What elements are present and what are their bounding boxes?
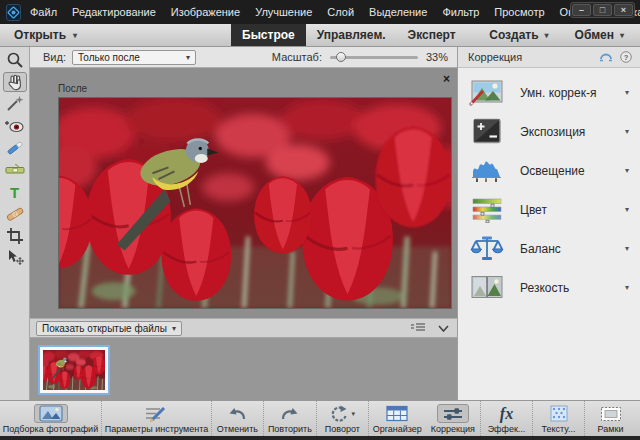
textures-icon — [550, 405, 568, 422]
mode-tabbar: Открыть ▾ Быстрое Управляем. Эксперт Соз… — [0, 24, 640, 47]
taskbar-frames-button[interactable]: Рамки — [584, 401, 636, 436]
photo-bin-header-icons — [411, 323, 449, 333]
taskbar-right-group: Коррекция fx Эффек... Тексту... Рамки — [426, 401, 640, 436]
menu-item-select[interactable]: Выделение — [369, 6, 427, 18]
red-eye-removal-tool-icon[interactable] — [3, 116, 27, 136]
menu-item-edit[interactable]: Редактирование — [72, 6, 156, 18]
taskbar-effects-button[interactable]: fx Эффек... — [480, 401, 532, 436]
photo-image[interactable] — [58, 97, 452, 309]
taskbar-rotate-button[interactable]: ▾ Поворот — [316, 401, 368, 436]
close-image-icon[interactable]: × — [443, 73, 450, 85]
mode-tabs: Быстрое Управляем. Эксперт — [231, 24, 467, 46]
main-area: T Вид: Только после ▾ Масштаб: — [0, 47, 640, 400]
balance-icon — [469, 235, 505, 262]
undo-icon — [227, 405, 247, 422]
chevron-down-icon: ▾ — [545, 31, 549, 40]
adjust-item-color[interactable]: Цвет ▾ — [458, 190, 640, 229]
tab-guided[interactable]: Управляем. — [306, 24, 397, 46]
frames-icon — [600, 406, 622, 422]
menu-item-image[interactable]: Изображение — [171, 6, 240, 18]
adjustments-panel-header: Коррекция ? — [458, 47, 640, 68]
adjust-label: Цвет — [520, 203, 625, 217]
crop-tool-icon[interactable] — [3, 226, 27, 246]
tool-options-icon — [144, 405, 168, 422]
share-label: Обмен — [575, 28, 614, 42]
taskbar-organizer-button[interactable]: Органайзер — [368, 401, 426, 436]
zoom-slider-handle[interactable] — [336, 52, 346, 62]
zoom-value: 33% — [426, 51, 448, 63]
taskbar-label: Повторить — [268, 424, 312, 434]
tab-expert[interactable]: Эксперт — [397, 24, 467, 46]
adjust-item-lighting[interactable]: Освещение ▾ — [458, 151, 640, 190]
create-label: Создать — [489, 28, 538, 42]
adjust-item-sharpness[interactable]: Резкость ▾ — [458, 268, 640, 307]
bottom-taskbar: Подборка фотографий Параметры инструмент… — [0, 400, 640, 436]
window-bottom-edge — [0, 436, 640, 440]
photo-bin-icon — [39, 405, 63, 422]
adjustments-sliders-icon — [442, 406, 464, 422]
help-icon[interactable]: ? — [620, 51, 632, 63]
taskbar-redo-button[interactable]: Повторить — [263, 401, 316, 436]
menu-item-layer[interactable]: Слой — [327, 6, 354, 18]
zoom-slider[interactable] — [330, 56, 418, 59]
spot-healing-brush-tool-icon[interactable] — [3, 204, 27, 224]
taskbar-label: Рамки — [598, 424, 624, 434]
taskbar-label: Коррекция — [431, 424, 475, 434]
photo-bin-filter-select[interactable]: Показать открытые файлы ▾ — [36, 321, 182, 336]
hand-tool-icon[interactable] — [3, 72, 27, 92]
straighten-tool-icon[interactable] — [3, 160, 27, 180]
taskbar-tool-options-button[interactable]: Параметры инструмента — [101, 401, 211, 436]
menu-item-file[interactable]: Файл — [30, 6, 57, 18]
window-controls: – □ × — [570, 2, 635, 18]
adjust-item-exposure[interactable]: Экспозиция ▾ — [458, 112, 640, 151]
view-options-bar: Вид: Только после ▾ Масштаб: 33% — [30, 47, 457, 68]
adjust-label: Умн. коррек-я — [520, 86, 625, 100]
share-button[interactable]: Обмен ▾ — [575, 28, 624, 42]
organizer-icon — [386, 405, 408, 422]
taskbar-undo-button[interactable]: Отменить — [211, 401, 263, 436]
maximize-button[interactable]: □ — [593, 4, 612, 16]
smart-fix-icon — [469, 79, 505, 106]
type-tool-icon[interactable]: T — [3, 182, 27, 202]
create-button[interactable]: Создать ▾ — [489, 28, 548, 42]
zoom-label: Масштаб: — [272, 51, 322, 63]
close-button[interactable]: × — [614, 4, 633, 16]
adjust-item-balance[interactable]: Баланс ▾ — [458, 229, 640, 268]
chevron-down-icon: ▾ — [625, 283, 629, 292]
chevron-down-icon: ▾ — [620, 31, 624, 40]
collapse-bin-icon[interactable] — [438, 325, 449, 332]
move-tool-icon[interactable] — [3, 248, 27, 268]
taskbar-photo-bin-button[interactable]: Подборка фотографий — [0, 401, 101, 436]
tools-toolbar: T — [0, 47, 30, 400]
chevron-down-icon: ▾ — [352, 410, 356, 418]
chevron-down-icon: ▾ — [625, 244, 629, 253]
photoshop-elements-window: Файл Редактирование Изображение Улучшени… — [0, 0, 640, 440]
quick-selection-tool-icon[interactable] — [3, 94, 27, 114]
tab-quick[interactable]: Быстрое — [231, 24, 306, 46]
taskbar-adjustments-button[interactable]: Коррекция — [426, 401, 480, 436]
effects-fx-icon: fx — [500, 406, 513, 422]
taskbar-label: Эффек... — [488, 424, 526, 434]
minimize-button[interactable]: – — [572, 4, 591, 16]
chevron-down-icon: ▾ — [172, 324, 176, 333]
taskbar-label: Поворот — [325, 424, 360, 434]
menu-item-filter[interactable]: Фильтр — [442, 6, 479, 18]
menu-item-enhance[interactable]: Улучшение — [255, 6, 312, 18]
reset-icon[interactable] — [599, 52, 613, 63]
whiten-teeth-tool-icon[interactable] — [3, 138, 27, 158]
view-mode-select[interactable]: Только после ▾ — [72, 50, 196, 65]
lighting-icon — [469, 157, 505, 184]
menu-item-view[interactable]: Просмотр — [494, 6, 544, 18]
type-tool-glyph: T — [10, 185, 19, 200]
photo-bin-filter-value: Показать открытые файлы — [42, 323, 167, 334]
chevron-down-icon: ▾ — [625, 166, 629, 175]
zoom-tool-icon[interactable] — [3, 50, 27, 70]
adjustments-list: Умн. коррек-я ▾ Экспозиция ▾ Освещение ▾ — [458, 68, 640, 307]
taskbar-label: Отменить — [217, 424, 258, 434]
adjust-item-smart-fix[interactable]: Умн. коррек-я ▾ — [458, 73, 640, 112]
panel-menu-icon[interactable] — [411, 323, 425, 333]
open-button[interactable]: Открыть ▾ — [14, 28, 77, 42]
photo-thumbnail-selected[interactable] — [38, 345, 110, 395]
editor-center: Вид: Только после ▾ Масштаб: 33% После × — [30, 47, 457, 400]
taskbar-textures-button[interactable]: Тексту... — [532, 401, 584, 436]
